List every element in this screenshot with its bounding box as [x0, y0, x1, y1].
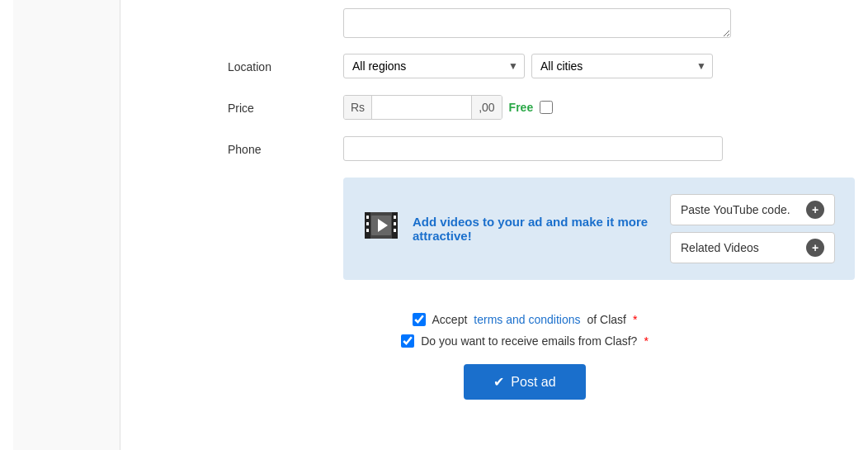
video-section: Add videos to your ad and make it more a… [343, 178, 855, 280]
regions-select-wrapper: All regions ▼ [343, 54, 525, 78]
emails-checkbox[interactable] [401, 334, 414, 348]
regions-select[interactable]: All regions [343, 54, 525, 78]
video-spacer [228, 178, 343, 184]
terms-text-after: of Clasf [587, 313, 626, 326]
related-videos-label: Related Videos [681, 241, 759, 254]
terms-checkbox[interactable] [413, 313, 426, 326]
video-left: Add videos to your ad and make it more a… [363, 207, 670, 251]
related-videos-button[interactable]: Related Videos + [670, 232, 835, 263]
cities-select-wrapper: All cities ▼ [531, 54, 713, 78]
location-label: Location [228, 54, 343, 73]
post-button-wrapper: ✔ Post ad [195, 364, 855, 400]
price-label: Price [228, 95, 343, 115]
video-buttons: Paste YouTube code. + Related Videos + [670, 194, 835, 263]
paste-youtube-icon: + [806, 201, 824, 219]
emails-text: Do you want to receive emails from Clasf… [421, 334, 637, 348]
checkmark-icon: ✔ [493, 374, 504, 390]
description-textarea[interactable] [343, 8, 731, 38]
phone-label: Phone [228, 136, 343, 156]
price-input[interactable] [372, 96, 471, 119]
paste-youtube-label: Paste YouTube code. [681, 203, 790, 216]
price-input-wrapper: Rs ,00 [343, 95, 502, 120]
film-icon [363, 207, 399, 251]
post-ad-label: Post ad [511, 375, 555, 390]
checkbox-section: Accept terms and conditions of Clasf * D… [195, 313, 855, 348]
terms-required-star: * [633, 313, 637, 326]
phone-input[interactable] [343, 136, 723, 161]
svg-rect-3 [366, 216, 369, 219]
svg-rect-4 [366, 222, 369, 225]
terms-checkbox-row: Accept terms and conditions of Clasf * [413, 313, 638, 326]
svg-rect-6 [394, 216, 396, 219]
related-videos-icon: + [806, 239, 824, 257]
paste-youtube-button[interactable]: Paste YouTube code. + [670, 194, 835, 225]
terms-text-before: Accept [432, 313, 468, 326]
cities-select[interactable]: All cities [531, 54, 713, 78]
free-label[interactable]: Free [509, 101, 534, 114]
svg-rect-8 [394, 229, 396, 232]
description-label [228, 8, 343, 15]
free-checkbox[interactable] [540, 101, 553, 114]
video-section-text: Add videos to your ad and make it more a… [413, 215, 670, 243]
post-ad-button[interactable]: ✔ Post ad [464, 364, 585, 400]
price-suffix: ,00 [471, 96, 501, 119]
terms-link[interactable]: terms and conditions [474, 313, 580, 326]
svg-rect-5 [366, 229, 369, 232]
svg-rect-7 [394, 222, 396, 225]
emails-required-star: * [644, 334, 648, 348]
emails-checkbox-row: Do you want to receive emails from Clasf… [401, 334, 649, 348]
price-prefix: Rs [344, 96, 372, 119]
